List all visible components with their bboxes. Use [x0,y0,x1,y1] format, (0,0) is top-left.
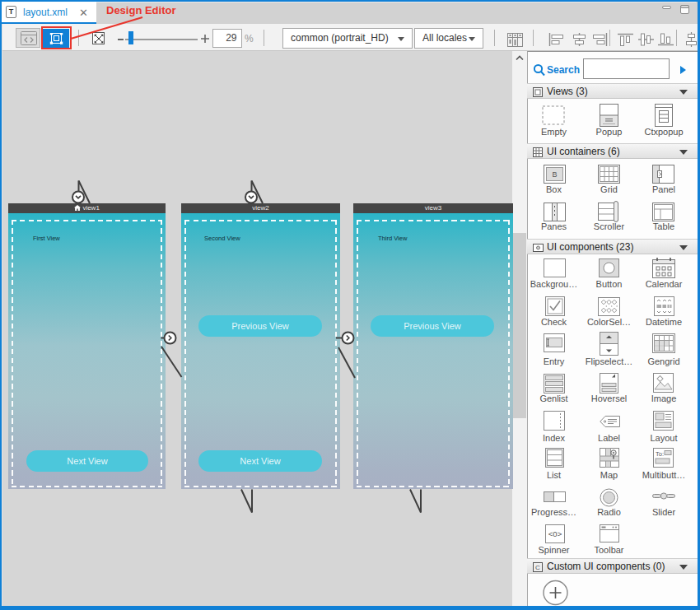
svg-text:B: B [552,170,557,179]
svg-text:<0>: <0> [548,529,562,538]
svg-text:C: C [535,564,540,571]
svg-text:To:: To: [656,449,664,457]
